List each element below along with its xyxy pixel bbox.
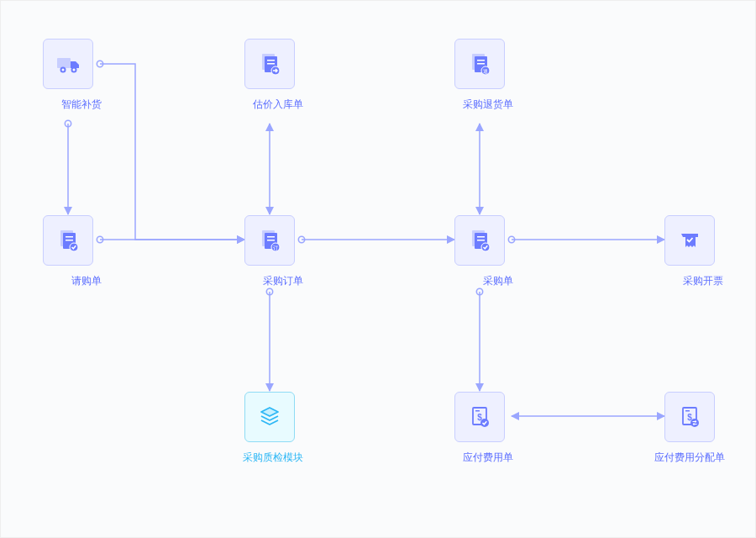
node-label: 估价入库单 [253, 98, 303, 112]
node-qc-module[interactable]: 采购质检模块 [236, 392, 303, 465]
flow-connectors [1, 1, 756, 538]
truck-icon [43, 39, 93, 89]
node-payable-expense[interactable]: $ 应付费用单 [446, 392, 513, 465]
node-smart-restock[interactable]: 智能补货 [34, 39, 102, 112]
node-label: 应付费用分配单 [654, 451, 725, 465]
node-purchase-invoice[interactable]: 采购开票 [656, 215, 723, 288]
receipt-icon [664, 215, 715, 266]
node-label: 应付费用单 [463, 451, 513, 465]
svg-rect-38 [477, 240, 485, 241]
layers-icon [244, 392, 295, 442]
doc-arrow-icon [244, 39, 295, 89]
svg-rect-15 [267, 60, 275, 61]
svg-rect-21 [477, 63, 485, 65]
node-purchase-order[interactable]: 订 采购订单 [236, 215, 303, 288]
node-label: 采购退货单 [463, 98, 513, 112]
svg-rect-41 [475, 410, 480, 412]
doc-money-swap-icon: $ [664, 392, 715, 442]
doc-money-check-icon: $ [454, 392, 505, 442]
node-label: 采购质检模块 [243, 451, 303, 465]
node-label: 采购开票 [683, 274, 723, 288]
svg-point-11 [61, 68, 66, 72]
svg-rect-26 [66, 236, 73, 238]
doc-check-icon [454, 215, 505, 266]
node-payable-allocation[interactable]: $ 应付费用分配单 [656, 392, 723, 465]
doc-order-icon: 订 [244, 215, 295, 266]
node-label: 智能补货 [61, 98, 102, 112]
svg-rect-45 [685, 410, 690, 412]
svg-rect-32 [267, 240, 275, 241]
svg-text:退: 退 [483, 69, 488, 74]
svg-rect-37 [477, 236, 485, 238]
svg-rect-20 [477, 60, 485, 61]
svg-text:订: 订 [273, 245, 278, 251]
svg-point-12 [72, 68, 76, 72]
node-label: 采购单 [483, 274, 513, 288]
svg-point-47 [690, 419, 699, 427]
node-label: 请购单 [71, 274, 102, 288]
node-purchase-request[interactable]: 请购单 [34, 215, 102, 288]
svg-rect-27 [66, 240, 73, 241]
doc-return-icon: 退 [454, 39, 505, 89]
doc-check-icon [43, 215, 93, 266]
svg-rect-16 [267, 63, 275, 65]
node-estimate-receipt[interactable]: 估价入库单 [236, 39, 303, 112]
svg-rect-10 [57, 58, 71, 68]
node-purchase-bill[interactable]: 采购单 [446, 215, 513, 288]
node-purchase-return[interactable]: 退 采购退货单 [446, 39, 513, 112]
node-label: 采购订单 [263, 274, 303, 288]
svg-rect-31 [267, 236, 275, 238]
